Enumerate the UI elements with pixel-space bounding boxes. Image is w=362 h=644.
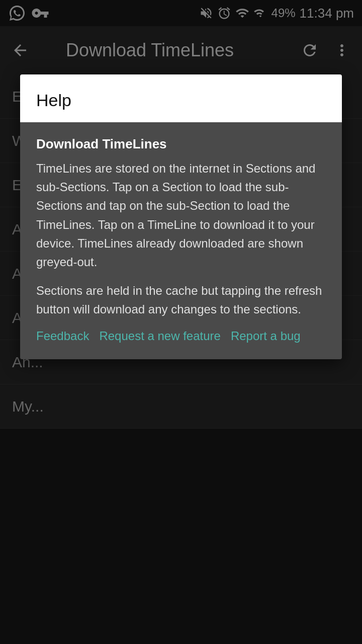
feedback-link[interactable]: Feedback [36, 329, 89, 343]
dialog-header: Help [20, 74, 342, 122]
dialog-paragraph-2: Sections are held in the cache but tappi… [36, 281, 326, 318]
dialog-overlay[interactable]: Help Download TimeLines TimeLines are st… [0, 0, 362, 644]
help-dialog: Help Download TimeLines TimeLines are st… [20, 74, 342, 359]
dialog-subtitle: Download TimeLines [36, 136, 326, 152]
dialog-paragraph-1: TimeLines are stored on the internet in … [36, 159, 326, 271]
request-feature-link[interactable]: Request a new feature [99, 329, 221, 343]
dialog-body: Download TimeLines TimeLines are stored … [20, 122, 342, 359]
dialog-header-title: Help [36, 91, 326, 110]
report-bug-link[interactable]: Report a bug [231, 329, 301, 343]
dialog-links: Feedback Request a new feature Report a … [36, 329, 326, 343]
